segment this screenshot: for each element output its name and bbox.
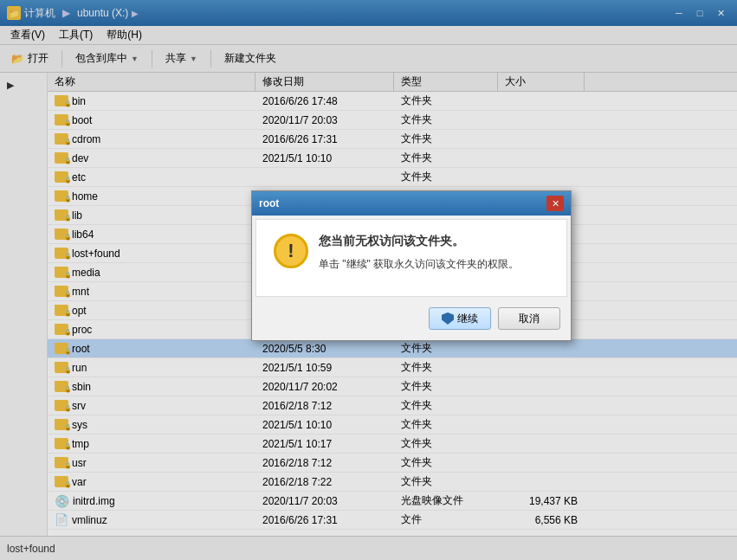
dialog-close-button[interactable]: ✕ [546, 196, 564, 211]
dialog-messages: 您当前无权访问该文件夹。 单击 "继续" 获取永久访问该文件夹的权限。 [319, 234, 519, 272]
dialog-titlebar: root ✕ [252, 191, 571, 216]
cancel-label: 取消 [519, 312, 540, 326]
warning-icon: ! [274, 234, 308, 268]
cancel-button[interactable]: 取消 [498, 307, 560, 330]
permission-dialog: root ✕ ! 您当前无权访问该文件夹。 单击 "继续" 获取永久访问该文件夹… [251, 190, 572, 341]
dialog-content: ! 您当前无权访问该文件夹。 单击 "继续" 获取永久访问该文件夹的权限。 [255, 219, 567, 297]
continue-label: 继续 [457, 312, 478, 326]
dialog-main-row: ! 您当前无权访问该文件夹。 单击 "继续" 获取永久访问该文件夹的权限。 [274, 234, 549, 272]
dialog-sub-text: 单击 "继续" 获取永久访问该文件夹的权限。 [319, 256, 519, 272]
dialog-title: root [259, 197, 546, 209]
dialog-main-text: 您当前无权访问该文件夹。 [319, 234, 519, 249]
dialog-buttons: 继续 取消 [252, 300, 571, 340]
shield-icon [442, 312, 454, 325]
continue-button[interactable]: 继续 [429, 307, 491, 330]
